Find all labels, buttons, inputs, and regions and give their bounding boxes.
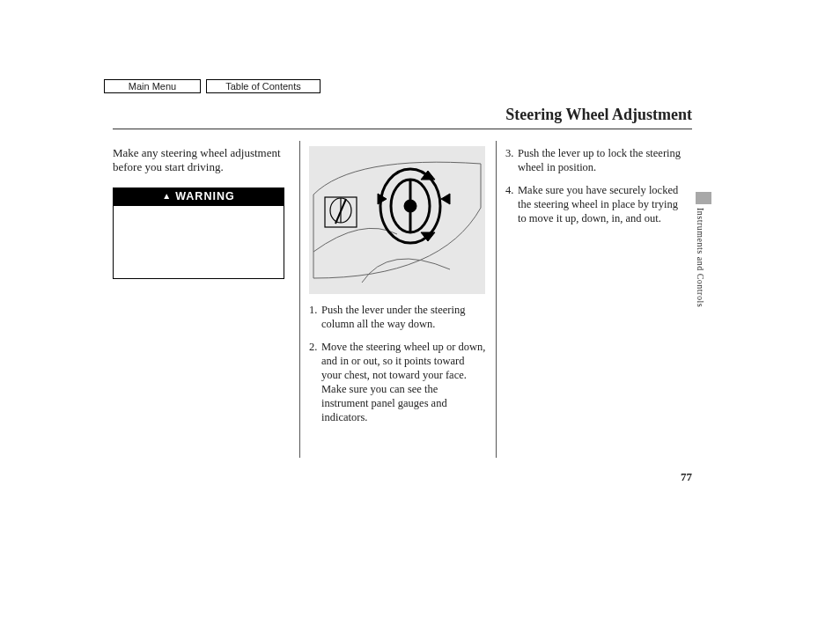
column-3: 3. Push the lever up to lock the steerin… xyxy=(496,141,692,458)
warning-triangle-icon: ▲ xyxy=(162,191,172,202)
steering-wheel-diagram-icon xyxy=(309,146,485,294)
step-3-text: Push the lever up to lock the steering w… xyxy=(518,146,683,174)
top-nav: Main Menu Table of Contents xyxy=(104,79,321,93)
step-1-number: 1. xyxy=(309,303,321,331)
section-tab-label: Instruments and Controls xyxy=(696,208,705,307)
step-4-number: 4. xyxy=(505,183,518,225)
step-2-number: 2. xyxy=(309,340,321,424)
warning-label-text: WARNING xyxy=(175,190,234,202)
page-number: 77 xyxy=(681,470,692,484)
step-4-text: Make sure you have securely locked the s… xyxy=(518,183,683,225)
content-columns: Make any steering wheel adjustment befor… xyxy=(113,141,692,458)
warning-header: ▲WARNING xyxy=(114,188,284,207)
step-2: 2. Move the steering wheel up or down, a… xyxy=(309,340,487,424)
step-3: 3. Push the lever up to lock the steerin… xyxy=(505,146,683,174)
step-4: 4. Make sure you have securely locked th… xyxy=(505,183,683,225)
step-1-text: Push the lever under the steering column… xyxy=(321,303,487,331)
step-1: 1. Push the lever under the steering col… xyxy=(309,303,487,331)
table-of-contents-button[interactable]: Table of Contents xyxy=(206,79,321,93)
intro-text: Make any steering wheel adjustment befor… xyxy=(113,146,291,175)
main-menu-button[interactable]: Main Menu xyxy=(104,79,201,93)
column-2: 1. Push the lever under the steering col… xyxy=(299,141,496,458)
section-tab-marker xyxy=(696,192,711,204)
warning-box: ▲WARNING xyxy=(113,188,284,279)
section-tab: Instruments and Controls xyxy=(696,192,711,307)
step-3-number: 3. xyxy=(505,146,518,174)
svg-point-3 xyxy=(405,201,416,211)
step-2-text: Move the steering wheel up or down, and … xyxy=(321,340,487,424)
steering-illustration xyxy=(309,146,485,294)
title-rule xyxy=(113,129,692,129)
svg-marker-6 xyxy=(441,194,450,204)
page-title: Steering Wheel Adjustment xyxy=(505,106,692,124)
column-1: Make any steering wheel adjustment befor… xyxy=(113,141,299,458)
